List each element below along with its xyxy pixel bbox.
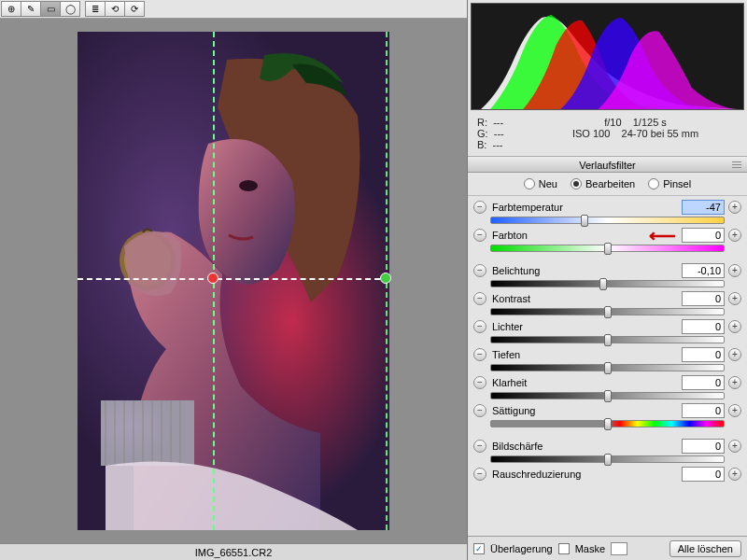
panel-footer: ✓ Überlagerung ✓ Maske Alle löschen — [468, 536, 747, 560]
side-panel: R: --- G: --- B: --- f/10 1/125 s ISO 10… — [467, 0, 747, 560]
control-label: Sättigung — [486, 405, 682, 416]
histogram[interactable] — [471, 3, 744, 110]
control-label: Klarheit — [486, 377, 682, 388]
value-field[interactable]: 0 — [682, 467, 725, 482]
control-noise: −Rauschreduzierung0+ — [473, 467, 741, 482]
plus-button[interactable]: + — [728, 292, 741, 305]
plus-button[interactable]: + — [728, 264, 741, 277]
slider-thumb[interactable] — [604, 390, 612, 402]
exif-aperture: f/10 — [604, 117, 621, 128]
mode-new-label: Neu — [539, 178, 557, 189]
minus-button[interactable]: − — [473, 348, 486, 361]
slider-contrast[interactable] — [490, 308, 725, 315]
value-field[interactable]: 0 — [682, 439, 725, 454]
exif-readout: R: --- G: --- B: --- f/10 1/125 s ISO 10… — [468, 113, 747, 156]
value-field[interactable]: -47 — [682, 200, 725, 215]
control-shadows: −Tiefen0+ — [473, 347, 741, 371]
plus-button[interactable]: + — [728, 376, 741, 389]
slider-exposure[interactable] — [490, 280, 725, 287]
mode-brush[interactable]: Pinsel — [648, 178, 691, 189]
minus-button[interactable]: − — [473, 440, 486, 453]
control-label: Lichter — [486, 321, 682, 332]
overlay-checkbox[interactable]: ✓ — [473, 543, 485, 554]
slider-thumb[interactable] — [604, 362, 612, 374]
tool-brush[interactable]: ✎ — [21, 1, 41, 17]
minus-button[interactable]: − — [473, 468, 486, 481]
controls-list: −Farbtemperatur-47+−Farbton⟵0+−Belichtun… — [468, 196, 747, 536]
slider-tint[interactable] — [490, 245, 725, 252]
filename-bar: IMG_66551.CR2 — [0, 543, 467, 560]
value-field[interactable]: 0 — [682, 403, 725, 418]
exif-lens: 24-70 bei 55 mm — [622, 128, 699, 139]
tool-toolbar: ⊕ ✎ ▭ ◯ ≣ ⟲ ⟳ — [0, 0, 467, 19]
mode-edit-label: Bearbeiten — [585, 178, 635, 189]
control-saturation: −Sättigung0+ — [473, 403, 741, 427]
plus-button[interactable]: + — [728, 404, 741, 417]
slider-clarity[interactable] — [490, 392, 725, 399]
exif-iso: ISO 100 — [572, 128, 610, 139]
control-label: Kontrast — [486, 293, 682, 304]
value-field[interactable]: -0,10 — [682, 263, 725, 278]
slider-thumb[interactable] — [581, 215, 588, 227]
main-canvas: ⊕ ✎ ▭ ◯ ≣ ⟲ ⟳ — [0, 0, 467, 560]
plus-button[interactable]: + — [728, 348, 741, 361]
control-label: Farbton — [486, 230, 655, 241]
slider-thumb[interactable] — [604, 334, 612, 346]
mode-selector: Neu Bearbeiten Pinsel — [468, 173, 747, 196]
tool-rotate-ccw[interactable]: ⟲ — [105, 1, 125, 17]
slider-thumb[interactable] — [599, 278, 607, 290]
control-label: Tiefen — [486, 349, 682, 360]
mode-edit[interactable]: Bearbeiten — [571, 178, 635, 189]
minus-button[interactable]: − — [473, 376, 486, 389]
value-field[interactable]: 0 — [682, 228, 725, 243]
slider-sharpness[interactable] — [490, 455, 725, 463]
panel-header: Verlaufsfilter — [468, 156, 747, 173]
image-viewport[interactable] — [0, 19, 467, 543]
value-field[interactable]: 0 — [682, 291, 725, 306]
tool-rotate-cw[interactable]: ⟳ — [124, 1, 145, 17]
minus-button[interactable]: − — [473, 404, 486, 417]
tool-zoom[interactable]: ⊕ — [1, 1, 21, 17]
clear-all-button[interactable]: Alle löschen — [669, 540, 741, 557]
value-field[interactable]: 0 — [682, 347, 725, 362]
value-field[interactable]: 0 — [682, 319, 725, 334]
control-label: Farbtemperatur — [486, 202, 682, 213]
plus-button[interactable]: + — [728, 229, 741, 242]
slider-shadows[interactable] — [490, 364, 725, 371]
minus-button[interactable]: − — [473, 320, 486, 333]
slider-saturation[interactable] — [490, 420, 725, 427]
minus-button[interactable]: − — [473, 292, 486, 305]
gradient-pin-center[interactable] — [207, 273, 218, 284]
minus-button[interactable]: − — [473, 264, 486, 277]
slider-highlights[interactable] — [490, 336, 725, 343]
minus-button[interactable]: − — [473, 229, 486, 242]
tool-list[interactable]: ≣ — [85, 1, 106, 17]
mode-new[interactable]: Neu — [524, 178, 557, 189]
readout-b: --- — [493, 139, 503, 150]
plus-button[interactable]: + — [728, 320, 741, 333]
gradient-pin-edge[interactable] — [380, 273, 391, 284]
drag-handle-icon[interactable] — [732, 161, 741, 168]
svg-point-2 — [239, 180, 258, 191]
control-sharpness: −Bildschärfe0+ — [473, 439, 741, 463]
control-label: Bildschärfe — [486, 441, 682, 452]
plus-button[interactable]: + — [728, 440, 741, 453]
slider-thumb[interactable] — [604, 306, 612, 318]
photo-svg — [78, 32, 389, 530]
gradient-line-horiz[interactable] — [78, 278, 389, 280]
mask-checkbox[interactable]: ✓ — [558, 543, 570, 554]
slider-thumb[interactable] — [604, 454, 612, 466]
slider-thumb[interactable] — [604, 243, 612, 255]
slider-thumb[interactable] — [604, 418, 612, 430]
tool-gradient[interactable]: ▭ — [40, 1, 61, 17]
tool-radial[interactable]: ◯ — [60, 1, 80, 17]
value-field[interactable]: 0 — [682, 375, 725, 390]
readout-g: --- — [494, 128, 504, 139]
control-tint: −Farbton⟵0+ — [473, 228, 741, 252]
control-exposure: −Belichtung-0,10+ — [473, 263, 741, 287]
plus-button[interactable]: + — [728, 201, 741, 214]
plus-button[interactable]: + — [728, 468, 741, 481]
minus-button[interactable]: − — [473, 201, 486, 214]
slider-temp[interactable] — [490, 217, 725, 224]
mask-color-swatch[interactable] — [611, 542, 627, 555]
